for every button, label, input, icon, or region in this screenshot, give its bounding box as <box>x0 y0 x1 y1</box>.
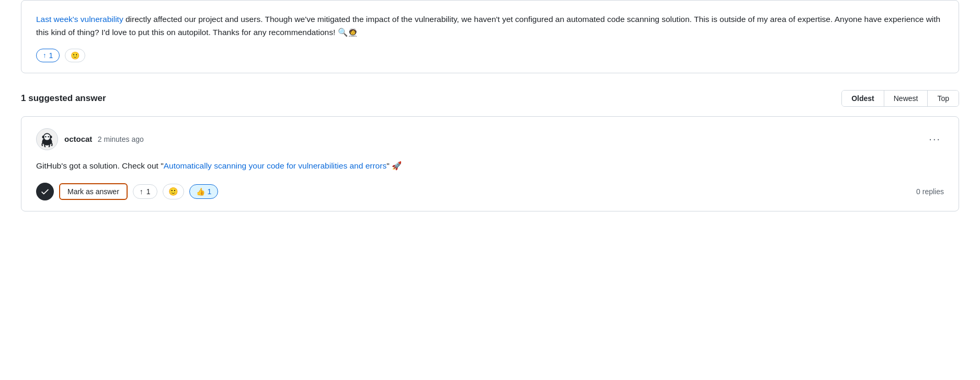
sort-oldest-button[interactable]: Oldest <box>842 91 884 106</box>
answer-meta-left: octocat 2 minutes ago <box>36 128 144 150</box>
mark-as-answer-button[interactable]: Mark as answer <box>59 183 128 200</box>
svg-point-3 <box>44 134 50 140</box>
answer-card: octocat 2 minutes ago ··· GitHub's got a… <box>21 116 959 212</box>
more-options-button[interactable]: ··· <box>926 132 944 146</box>
upvote-count: 1 <box>49 51 53 60</box>
thumbs-up-button[interactable]: 👍 1 <box>189 184 219 199</box>
answer-up-arrow-icon: ↑ <box>140 187 143 196</box>
answer-body-prefix: GitHub's got a solution. Check out " <box>36 161 164 170</box>
answer-smiley-icon: 🙂 <box>168 187 178 196</box>
up-arrow-icon: ↑ <box>43 51 47 59</box>
checkmark-icon <box>40 187 50 196</box>
avatar <box>36 128 58 150</box>
emoji-reaction-button[interactable]: 🙂 <box>65 49 85 62</box>
post-body: Last week's vulnerability directly affec… <box>36 13 944 39</box>
answer-upvote-button[interactable]: ↑ 1 <box>133 184 157 199</box>
sort-buttons: Oldest Newest Top <box>841 90 959 107</box>
smiley-icon: 🙂 <box>71 51 79 60</box>
answer-author-info: octocat 2 minutes ago <box>64 135 144 144</box>
thumbs-up-icon: 👍 <box>196 187 205 196</box>
answer-actions: Mark as answer ↑ 1 🙂 👍 1 0 replies <box>36 183 944 200</box>
answer-author-name: octocat <box>64 135 92 143</box>
answer-meta: octocat 2 minutes ago ··· <box>36 128 944 150</box>
answer-upvote-count: 1 <box>146 187 151 196</box>
post-body-text: directly affected our project and users.… <box>36 15 940 37</box>
svg-point-6 <box>42 136 44 138</box>
svg-point-7 <box>50 136 52 138</box>
post-card: Last week's vulnerability directly affec… <box>21 0 959 73</box>
svg-point-4 <box>45 136 47 138</box>
mark-answer-check-button[interactable] <box>36 183 54 200</box>
upvote-button[interactable]: ↑ 1 <box>36 49 60 62</box>
sort-newest-button[interactable]: Newest <box>884 91 928 106</box>
answer-emoji-button[interactable]: 🙂 <box>163 184 184 199</box>
answer-timestamp: 2 minutes ago <box>98 135 144 143</box>
answers-title: 1 suggested answer <box>21 93 106 104</box>
octocat-avatar-image <box>38 130 56 148</box>
post-reactions: ↑ 1 🙂 <box>36 49 944 62</box>
thumbs-up-count: 1 <box>208 187 212 196</box>
answer-body: GitHub's got a solution. Check out "Auto… <box>36 160 944 173</box>
answer-actions-left: Mark as answer ↑ 1 🙂 👍 1 <box>36 183 218 200</box>
answer-body-link[interactable]: Automatically scanning your code for vul… <box>164 161 386 170</box>
svg-point-5 <box>48 136 49 138</box>
replies-count: 0 replies <box>916 187 944 196</box>
sort-top-button[interactable]: Top <box>928 91 959 106</box>
answers-header: 1 suggested answer Oldest Newest Top <box>21 90 959 107</box>
vulnerability-link[interactable]: Last week's vulnerability <box>36 15 123 24</box>
answer-body-suffix: " 🚀 <box>386 161 402 170</box>
